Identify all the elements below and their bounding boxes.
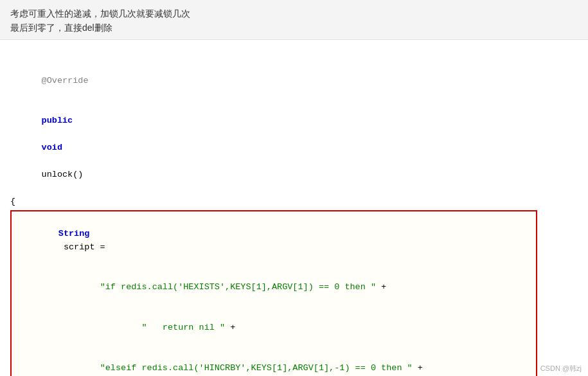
script-line3: " return nil " + xyxy=(17,308,531,348)
blank-line xyxy=(10,48,578,61)
keyword-public: public xyxy=(42,116,73,125)
script-line4: "elseif redis.call('HINCRBY',KEYS[1],ARG… xyxy=(17,348,531,376)
open-brace-outer: { xyxy=(10,195,578,209)
keyword-void: void xyxy=(42,143,62,152)
script-line2: "if redis.call('HEXISTS',KEYS[1],ARGV[1]… xyxy=(17,268,531,309)
script-decl: String script = xyxy=(17,214,531,268)
str2: "if redis.call('HEXISTS',KEYS[1],ARGV[1]… xyxy=(100,282,376,292)
page-container: 考虑可重入性的递减，加锁几次就要减锁几次 最后到零了，直接del删除 @Over… xyxy=(0,0,588,376)
top-line-1: 考虑可重入性的递减，加锁几次就要减锁几次 xyxy=(10,6,578,21)
space1 xyxy=(42,129,47,139)
str4: "elseif redis.call('HINCRBY',KEYS[1],ARG… xyxy=(100,363,413,373)
annotation-text: @Override xyxy=(42,76,89,85)
code-section: @Override public void unlock() { String … xyxy=(0,40,588,376)
method-signature-line: public void unlock() xyxy=(10,101,578,195)
space2 xyxy=(42,156,47,166)
highlighted-code-block: String script = "if redis.call('HEXISTS'… xyxy=(10,210,537,376)
top-line-2: 最后到零了，直接del删除 xyxy=(10,21,578,35)
method-name: unlock() xyxy=(42,170,84,179)
type-string: String xyxy=(58,229,90,238)
annotation-line: @Override xyxy=(10,61,578,102)
top-text-section: 考虑可重入性的递减，加锁几次就要减锁几次 最后到零了，直接del删除 xyxy=(0,0,588,40)
str3: " return nil " xyxy=(141,323,225,332)
watermark: CSDN @韩zj xyxy=(540,364,582,373)
